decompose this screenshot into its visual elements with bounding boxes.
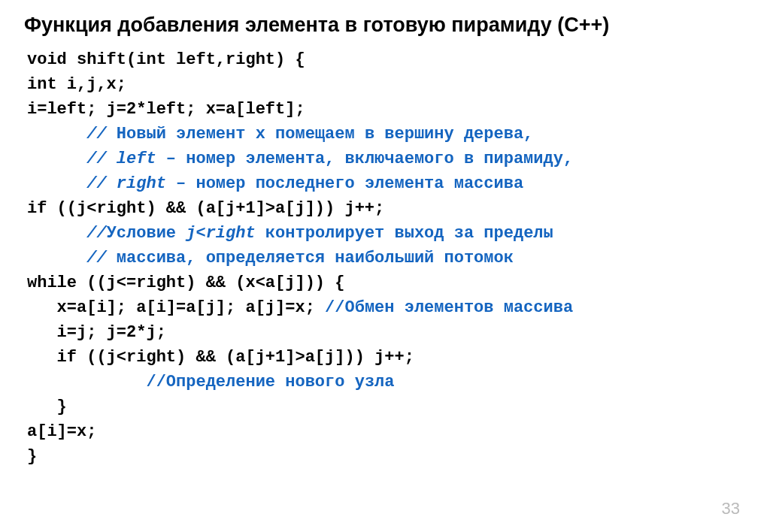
code-comment: Новый элемент х помещаем в вершину дерев…	[117, 125, 534, 144]
code-comment: массива, определяется наибольший потомок	[117, 249, 514, 268]
code-line: int i,j,x;	[27, 75, 126, 94]
code-comment: – номер последнего элемента массива	[166, 174, 523, 193]
code-comment: – номер элемента, включаемого в пирамиду…	[156, 150, 574, 168]
code-comment: j<right	[186, 224, 255, 243]
code-line: if ((j<right) && (a[j+1]>a[j])) j++;	[27, 199, 384, 218]
code-line: }	[27, 447, 37, 466]
code-comment: //Обмен элементов массива	[325, 298, 573, 317]
code-line: i=left; j=2*left; x=a[left];	[27, 100, 305, 119]
code-comment: left	[117, 150, 156, 168]
code-comment: //Определение нового узла	[146, 373, 394, 391]
code-comment: //	[27, 125, 117, 144]
code-line	[27, 373, 146, 391]
code-comment: Условие	[107, 224, 186, 243]
slide-title: Функция добавления элемента в готовую пи…	[24, 14, 746, 37]
code-line: if ((j<right) && (a[j+1]>a[j])) j++;	[27, 348, 414, 367]
code-line: void shift(int left,right) {	[27, 50, 305, 69]
code-line: i=j; j=2*j;	[27, 323, 166, 342]
code-block: void shift(int left,right) { int i,j,x; …	[27, 47, 746, 469]
code-line: a[i]=x;	[27, 422, 96, 441]
code-comment: контролирует выход за пределы	[256, 224, 553, 243]
code-comment: //	[27, 249, 117, 268]
code-line: x=a[i]; a[i]=a[j]; a[j]=x;	[27, 298, 325, 317]
code-comment: //	[27, 174, 117, 193]
code-line: while ((j<=right) && (x<a[j])) {	[27, 274, 344, 292]
code-comment: right	[117, 174, 166, 193]
code-line: }	[27, 397, 67, 416]
code-comment: //	[27, 224, 107, 243]
code-comment: //	[27, 150, 117, 168]
page-number: 33	[722, 499, 740, 518]
